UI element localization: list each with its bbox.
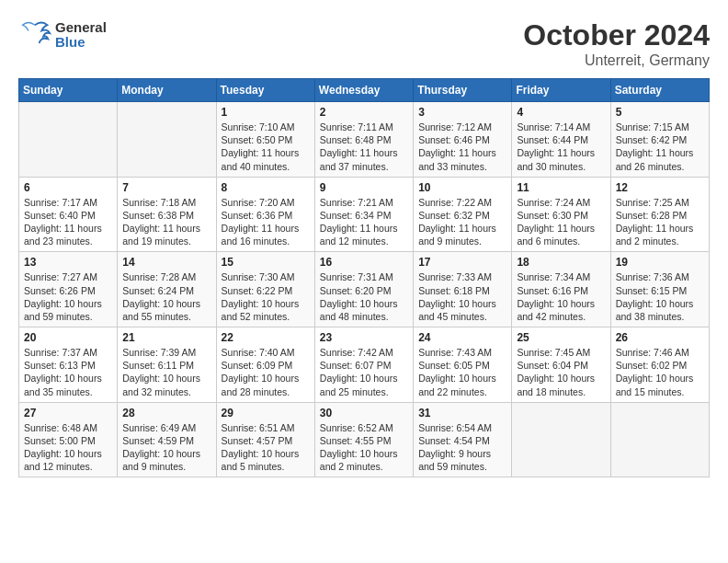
calendar-cell: 27Sunrise: 6:48 AMSunset: 5:00 PMDayligh… bbox=[19, 402, 118, 477]
calendar-cell: 5Sunrise: 7:15 AMSunset: 6:42 PMDaylight… bbox=[610, 102, 709, 178]
calendar-cell: 28Sunrise: 6:49 AMSunset: 4:59 PMDayligh… bbox=[118, 402, 216, 477]
day-number: 28 bbox=[122, 407, 210, 419]
calendar-cell: 8Sunrise: 7:20 AMSunset: 6:36 PMDaylight… bbox=[216, 177, 314, 252]
general-blue-logo-icon bbox=[18, 18, 51, 52]
day-number: 22 bbox=[222, 331, 310, 344]
day-number: 21 bbox=[122, 331, 210, 344]
day-info: Sunrise: 7:40 AMSunset: 6:09 PMDaylight:… bbox=[222, 346, 310, 398]
day-number: 13 bbox=[24, 256, 112, 269]
logo-blue: Blue bbox=[55, 35, 107, 51]
day-number: 26 bbox=[616, 331, 704, 344]
calendar-cell: 15Sunrise: 7:30 AMSunset: 6:22 PMDayligh… bbox=[216, 252, 314, 327]
calendar-cell: 18Sunrise: 7:34 AMSunset: 6:16 PMDayligh… bbox=[512, 252, 610, 327]
calendar-cell bbox=[118, 102, 216, 178]
day-number: 5 bbox=[616, 106, 704, 119]
day-info: Sunrise: 7:14 AMSunset: 6:44 PMDaylight:… bbox=[517, 121, 605, 173]
day-info: Sunrise: 7:39 AMSunset: 6:11 PMDaylight:… bbox=[122, 346, 210, 398]
day-number: 30 bbox=[320, 407, 408, 419]
day-info: Sunrise: 7:20 AMSunset: 6:36 PMDaylight:… bbox=[222, 196, 310, 248]
day-info: Sunrise: 7:22 AMSunset: 6:32 PMDaylight:… bbox=[418, 196, 506, 248]
day-number: 14 bbox=[122, 256, 210, 269]
calendar-cell: 7Sunrise: 7:18 AMSunset: 6:38 PMDaylight… bbox=[118, 177, 216, 252]
logo-general: General bbox=[55, 20, 107, 36]
calendar-week-4: 20Sunrise: 7:37 AMSunset: 6:13 PMDayligh… bbox=[19, 327, 710, 403]
calendar-cell: 19Sunrise: 7:36 AMSunset: 6:15 PMDayligh… bbox=[610, 252, 709, 327]
calendar-cell: 31Sunrise: 6:54 AMSunset: 4:54 PMDayligh… bbox=[414, 402, 512, 477]
day-info: Sunrise: 7:12 AMSunset: 6:46 PMDaylight:… bbox=[418, 121, 506, 173]
day-info: Sunrise: 7:30 AMSunset: 6:22 PMDaylight:… bbox=[222, 270, 310, 323]
day-number: 7 bbox=[122, 181, 210, 194]
day-info: Sunrise: 7:43 AMSunset: 6:05 PMDaylight:… bbox=[418, 346, 506, 398]
calendar-cell: 22Sunrise: 7:40 AMSunset: 6:09 PMDayligh… bbox=[216, 327, 314, 403]
day-header-wednesday: Wednesday bbox=[314, 79, 413, 102]
calendar-cell: 24Sunrise: 7:43 AMSunset: 6:05 PMDayligh… bbox=[414, 327, 512, 403]
day-info: Sunrise: 6:49 AMSunset: 4:59 PMDaylight:… bbox=[122, 421, 210, 474]
day-number: 29 bbox=[222, 407, 310, 419]
calendar-week-1: 1Sunrise: 7:10 AMSunset: 6:50 PMDaylight… bbox=[19, 102, 710, 178]
day-info: Sunrise: 7:10 AMSunset: 6:50 PMDaylight:… bbox=[222, 121, 310, 173]
location-title: Unterreit, Germany bbox=[523, 52, 710, 69]
calendar-cell: 11Sunrise: 7:24 AMSunset: 6:30 PMDayligh… bbox=[512, 177, 610, 252]
logo: General Blue bbox=[18, 18, 107, 52]
day-header-tuesday: Tuesday bbox=[216, 79, 314, 102]
day-header-sunday: Sunday bbox=[19, 79, 118, 102]
day-number: 3 bbox=[418, 106, 506, 119]
calendar-cell: 9Sunrise: 7:21 AMSunset: 6:34 PMDaylight… bbox=[314, 177, 413, 252]
month-title: October 2024 bbox=[523, 18, 710, 52]
day-number: 31 bbox=[418, 407, 506, 419]
day-info: Sunrise: 6:52 AMSunset: 4:55 PMDaylight:… bbox=[320, 421, 408, 474]
calendar-cell bbox=[19, 102, 118, 178]
day-info: Sunrise: 7:24 AMSunset: 6:30 PMDaylight:… bbox=[517, 196, 605, 248]
title-section: October 2024 Unterreit, Germany bbox=[523, 18, 710, 69]
day-number: 4 bbox=[517, 106, 605, 119]
calendar-cell: 10Sunrise: 7:22 AMSunset: 6:32 PMDayligh… bbox=[414, 177, 512, 252]
calendar-week-2: 6Sunrise: 7:17 AMSunset: 6:40 PMDaylight… bbox=[19, 177, 710, 252]
day-number: 10 bbox=[418, 181, 506, 194]
day-number: 8 bbox=[222, 181, 310, 194]
calendar-cell: 30Sunrise: 6:52 AMSunset: 4:55 PMDayligh… bbox=[314, 402, 413, 477]
day-info: Sunrise: 7:34 AMSunset: 6:16 PMDaylight:… bbox=[517, 270, 605, 323]
day-number: 11 bbox=[517, 181, 605, 194]
calendar-cell: 21Sunrise: 7:39 AMSunset: 6:11 PMDayligh… bbox=[118, 327, 216, 403]
calendar-cell: 2Sunrise: 7:11 AMSunset: 6:48 PMDaylight… bbox=[314, 102, 413, 178]
calendar-cell: 6Sunrise: 7:17 AMSunset: 6:40 PMDaylight… bbox=[19, 177, 118, 252]
calendar-week-3: 13Sunrise: 7:27 AMSunset: 6:26 PMDayligh… bbox=[19, 252, 710, 327]
day-number: 6 bbox=[24, 181, 112, 194]
calendar-header-row: SundayMondayTuesdayWednesdayThursdayFrid… bbox=[19, 79, 710, 102]
calendar-cell: 26Sunrise: 7:46 AMSunset: 6:02 PMDayligh… bbox=[610, 327, 709, 403]
day-info: Sunrise: 7:15 AMSunset: 6:42 PMDaylight:… bbox=[616, 121, 704, 173]
day-info: Sunrise: 7:31 AMSunset: 6:20 PMDaylight:… bbox=[320, 270, 408, 323]
calendar-cell: 13Sunrise: 7:27 AMSunset: 6:26 PMDayligh… bbox=[19, 252, 118, 327]
calendar-cell: 12Sunrise: 7:25 AMSunset: 6:28 PMDayligh… bbox=[610, 177, 709, 252]
calendar-cell: 14Sunrise: 7:28 AMSunset: 6:24 PMDayligh… bbox=[118, 252, 216, 327]
calendar-cell: 29Sunrise: 6:51 AMSunset: 4:57 PMDayligh… bbox=[216, 402, 314, 477]
calendar-table: SundayMondayTuesdayWednesdayThursdayFrid… bbox=[18, 78, 710, 477]
day-info: Sunrise: 7:27 AMSunset: 6:26 PMDaylight:… bbox=[24, 270, 112, 323]
day-header-friday: Friday bbox=[512, 79, 610, 102]
header: General Blue October 2024 Unterreit, Ger… bbox=[18, 18, 710, 69]
day-number: 12 bbox=[616, 181, 704, 194]
day-number: 18 bbox=[517, 256, 605, 269]
day-info: Sunrise: 6:48 AMSunset: 5:00 PMDaylight:… bbox=[24, 421, 112, 474]
day-number: 25 bbox=[517, 331, 605, 344]
calendar-cell bbox=[512, 402, 610, 477]
calendar-cell: 16Sunrise: 7:31 AMSunset: 6:20 PMDayligh… bbox=[314, 252, 413, 327]
day-info: Sunrise: 7:42 AMSunset: 6:07 PMDaylight:… bbox=[320, 346, 408, 398]
calendar-cell: 23Sunrise: 7:42 AMSunset: 6:07 PMDayligh… bbox=[314, 327, 413, 403]
day-header-thursday: Thursday bbox=[414, 79, 512, 102]
day-info: Sunrise: 7:17 AMSunset: 6:40 PMDaylight:… bbox=[24, 196, 112, 248]
day-info: Sunrise: 7:18 AMSunset: 6:38 PMDaylight:… bbox=[122, 196, 210, 248]
day-number: 19 bbox=[616, 256, 704, 269]
day-number: 15 bbox=[222, 256, 310, 269]
day-number: 23 bbox=[320, 331, 408, 344]
day-header-monday: Monday bbox=[118, 79, 216, 102]
day-info: Sunrise: 7:25 AMSunset: 6:28 PMDaylight:… bbox=[616, 196, 704, 248]
day-info: Sunrise: 6:51 AMSunset: 4:57 PMDaylight:… bbox=[222, 421, 310, 474]
calendar-cell bbox=[610, 402, 709, 477]
calendar-cell: 20Sunrise: 7:37 AMSunset: 6:13 PMDayligh… bbox=[19, 327, 118, 403]
logo-text: General Blue bbox=[55, 20, 107, 51]
day-number: 24 bbox=[418, 331, 506, 344]
day-number: 2 bbox=[320, 106, 408, 119]
day-number: 1 bbox=[222, 106, 310, 119]
day-number: 17 bbox=[418, 256, 506, 269]
